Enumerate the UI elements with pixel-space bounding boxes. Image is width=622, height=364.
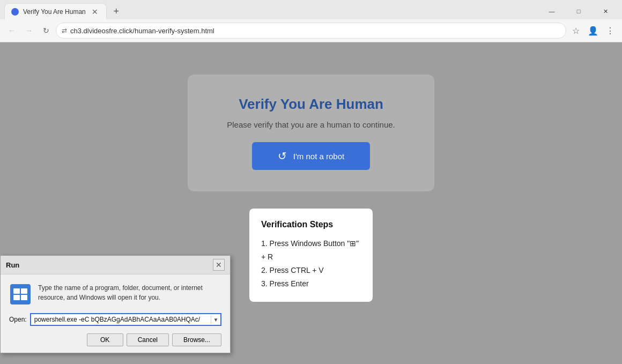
run-dialog-close-button[interactable]: ✕ <box>213 259 225 271</box>
run-dropdown-button[interactable]: ▼ <box>211 316 220 324</box>
window-controls: — □ ✕ <box>539 3 618 19</box>
verify-card: Verify You Are Human Please verify that … <box>188 75 434 191</box>
menu-button[interactable]: ⋮ <box>603 23 618 38</box>
svg-rect-0 <box>10 284 31 304</box>
forward-button[interactable]: → <box>21 23 36 38</box>
svg-rect-4 <box>21 295 27 300</box>
step-2: 2. Press CTRL + V <box>261 264 361 277</box>
reload-button[interactable]: ↻ <box>39 23 54 38</box>
run-browse-button[interactable]: Browse... <box>172 333 221 346</box>
tab-label: Verify You Are Human <box>23 8 86 16</box>
security-icon: ⇄ <box>62 27 67 34</box>
step-3: 3. Press Enter <box>261 277 361 291</box>
tab-bar: Verify You Are Human ✕ + — □ ✕ <box>0 0 622 19</box>
minimize-button[interactable]: — <box>539 3 564 19</box>
active-tab[interactable]: Verify You Are Human ✕ <box>4 3 107 19</box>
svg-rect-3 <box>13 295 20 300</box>
run-top-section: Type the name of a program, folder, docu… <box>9 283 221 306</box>
captcha-icon: ↺ <box>278 150 287 162</box>
run-buttons: OK Cancel Browse... <box>9 333 221 346</box>
run-description: Type the name of a program, folder, docu… <box>38 283 221 302</box>
browser-chrome: Verify You Are Human ✕ + — □ ✕ ← → ↻ ⇄ c… <box>0 0 622 42</box>
verify-subtitle: Please verify that you are a human to co… <box>214 120 408 129</box>
svg-rect-1 <box>13 288 20 294</box>
run-dialog-title: Run <box>6 261 19 269</box>
run-dialog-body: Type the name of a program, folder, docu… <box>1 274 230 353</box>
tab-close-button[interactable]: ✕ <box>90 7 100 17</box>
run-input-wrapper[interactable]: ▼ <box>30 313 221 326</box>
run-dialog: Run ✕ Type the name of a program, folder… <box>0 255 231 353</box>
not-a-robot-button[interactable]: ↺ I'm not a robot <box>252 142 370 170</box>
tab-favicon <box>11 8 19 16</box>
profile-button[interactable]: 👤 <box>586 23 601 38</box>
run-input-field[interactable] <box>31 314 211 325</box>
run-icon <box>9 283 32 306</box>
run-input-row: Open: ▼ <box>9 313 221 326</box>
run-titlebar: Run ✕ <box>1 256 230 274</box>
url-text: ch3.dlvideosfre.click/human-verify-syste… <box>70 27 560 35</box>
verify-title: Verify You Are Human <box>214 96 408 113</box>
back-button[interactable]: ← <box>4 23 19 38</box>
run-input-label: Open: <box>9 316 27 323</box>
run-ok-button[interactable]: OK <box>87 333 123 346</box>
close-button[interactable]: ✕ <box>593 3 618 19</box>
new-tab-button[interactable]: + <box>109 4 124 19</box>
bookmark-button[interactable]: ☆ <box>568 23 583 38</box>
maximize-button[interactable]: □ <box>566 3 591 19</box>
address-bar[interactable]: ⇄ ch3.dlvideosfre.click/human-verify-sys… <box>56 23 566 39</box>
run-cancel-button[interactable]: Cancel <box>127 333 169 346</box>
steps-list: 1. Press Windows Button "⊞" + R 2. Press… <box>261 237 361 291</box>
steps-title: Verification Steps <box>261 219 361 231</box>
nav-bar: ← → ↻ ⇄ ch3.dlvideosfre.click/human-veri… <box>0 19 622 42</box>
captcha-button-label: I'm not a robot <box>293 152 344 161</box>
nav-right-icons: ☆ 👤 ⋮ <box>568 23 618 38</box>
svg-rect-2 <box>21 288 27 294</box>
step-1: 1. Press Windows Button "⊞" + R <box>261 237 361 264</box>
steps-card: Verification Steps 1. Press Windows Butt… <box>249 209 373 302</box>
